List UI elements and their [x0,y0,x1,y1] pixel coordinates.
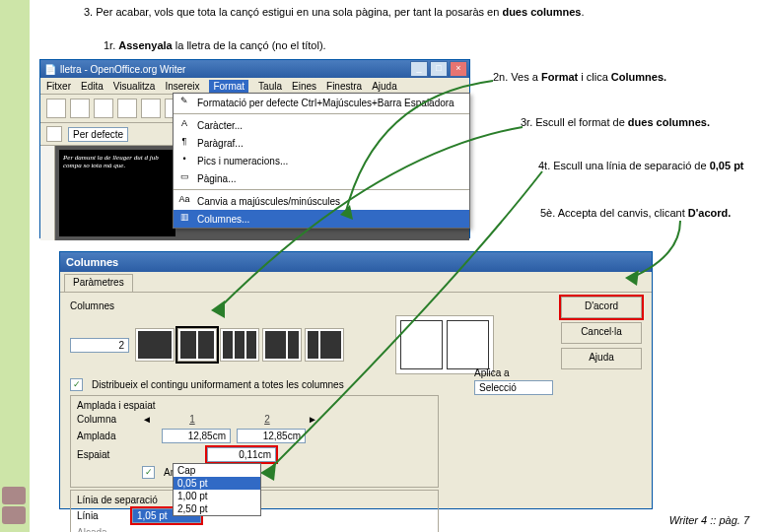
help-button[interactable]: Ajuda [561,348,642,369]
menu-finestra[interactable]: Finestra [326,81,362,92]
instruction-1r: 1r. Assenyala la lletra de la cançó (no … [104,39,326,51]
preset-3col[interactable] [220,328,259,362]
writer-titlebar: 📄 lletra - OpenOffice.org Writer _ □ × [40,60,469,78]
new-icon[interactable] [46,99,66,118]
auto-width-checkbox[interactable]: ✓ [142,466,155,479]
menu-edita[interactable]: Edita [81,81,104,92]
para-icon: ¶ [177,136,191,150]
line-option-250[interactable]: 2,50 pt [174,502,260,515]
close-button[interactable]: × [450,61,467,77]
selected-text: Per damunt la de lleuger dut d jub compa… [59,150,175,236]
ok-button[interactable]: D'acord [561,297,642,318]
menu-item-character[interactable]: ACaràcter... [174,116,469,134]
dialog-titlebar: Columnes [60,252,652,272]
format-default-icon: ✎ [177,96,191,109]
apply-to-label: Aplica a [474,367,553,378]
instruction-2n: 2n. Ves a Format i clica Columnes. [493,71,666,83]
preset-2col-left[interactable] [262,328,302,362]
instruction-4t: 4t. Escull una línia de separació de 0,0… [538,160,744,171]
format-menu-dropdown: ✎Formatació per defecte Ctrl+Majúscules+… [173,93,470,229]
dialog-tabs: Paràmetres [60,272,652,293]
char-icon: A [177,118,191,132]
cancel-button[interactable]: Cancel·la [561,322,642,344]
save-icon[interactable] [94,99,113,118]
col-header-2: 2 [233,414,302,425]
writer-app-icon: 📄 [44,64,56,75]
width-spacing-label: Amplada i espaiat [77,400,432,411]
green-stripe [0,0,30,532]
menu-visualitza[interactable]: Visualitza [113,81,156,92]
distribute-checkbox[interactable]: ✓ [70,378,83,391]
menu-fitxer[interactable]: Fitxer [46,81,71,92]
col-arrow-right-icon[interactable]: ► [308,414,317,425]
minimize-button[interactable]: _ [410,61,428,77]
case-icon: Aa [177,194,191,208]
logo-ajuntament [2,506,26,524]
writer-title-text: lletra - OpenOffice.org Writer [60,64,185,75]
cut-icon[interactable] [141,99,161,118]
menu-item-case[interactable]: AaCanvia a majúscules/minúscules [174,192,469,210]
spacing-label: Espaiat [77,449,136,460]
menu-item-default-format[interactable]: ✎Formatació per defecte Ctrl+Majúscules+… [174,94,469,111]
instruction-5e: 5è. Accepta del canvis, clicant D'acord. [540,207,731,219]
instruction-step3: 3. Per acabar, vols que tota la cançó es… [84,6,715,18]
line-option-100[interactable]: 1,00 pt [174,490,260,502]
menu-insereix[interactable]: Insereix [165,81,199,92]
menu-taula[interactable]: Taula [258,81,282,92]
menu-ajuda[interactable]: Ajuda [372,81,397,92]
line-dropdown: Cap 0,05 pt 1,00 pt 2,50 pt [173,463,261,516]
column-number-label: Columna [77,414,136,425]
col-arrow-left-icon[interactable]: ◄ [142,414,152,425]
styles-icon[interactable] [46,126,62,142]
line-label: Línia [77,510,126,521]
width-1[interactable]: 12,85cm [162,429,231,443]
col-header-1: 1 [158,414,227,425]
menu-format[interactable]: Format [209,80,248,93]
width-label: Amplada [77,431,136,441]
column-preview [395,315,494,374]
columns-spinner[interactable]: 2 [70,338,129,353]
preset-1col[interactable] [135,328,175,362]
spacing-1[interactable]: 0,11cm [207,447,276,462]
instruction-3r: 3r. Escull el format de dues columnes. [521,116,710,128]
menu-item-bullets[interactable]: •Pics i numeracions... [174,152,469,169]
distribute-label: Distribueix el contingu uniformament a t… [92,379,344,390]
columns-icon: ▥ [177,212,191,226]
style-select[interactable]: Per defecte [68,127,128,142]
apply-to-select[interactable]: Selecció [474,380,553,395]
height-label: Alçada [77,527,126,532]
print-icon[interactable] [117,99,137,118]
open-icon[interactable] [70,99,90,118]
ruler-vertical [40,146,55,240]
maximize-button[interactable]: □ [430,61,448,77]
menu-item-page[interactable]: ▭Pàgina... [174,169,469,187]
column-presets [135,328,344,362]
page-footer: Writer 4 :: pàg. 7 [669,514,749,526]
menu-item-columns[interactable]: ▥Columnes... [174,210,469,228]
page-icon: ▭ [177,171,191,185]
menu-item-paragraph[interactable]: ¶Paràgraf... [174,134,469,152]
logo-diputacio [2,487,26,504]
preset-2col[interactable] [177,328,217,362]
columns-label: Columnes [70,300,114,311]
line-option-005[interactable]: 0,05 pt [174,477,260,490]
line-option-none[interactable]: Cap [174,464,260,477]
tab-parameters[interactable]: Paràmetres [64,274,133,292]
footer-logos [2,487,28,526]
preset-2col-right[interactable] [305,328,344,362]
width-2[interactable]: 12,85cm [237,429,306,443]
bullets-icon: • [177,154,191,167]
menu-eines[interactable]: Eines [292,81,316,92]
columns-dialog: Columnes Paràmetres D'acord Cancel·la Aj… [59,251,653,509]
